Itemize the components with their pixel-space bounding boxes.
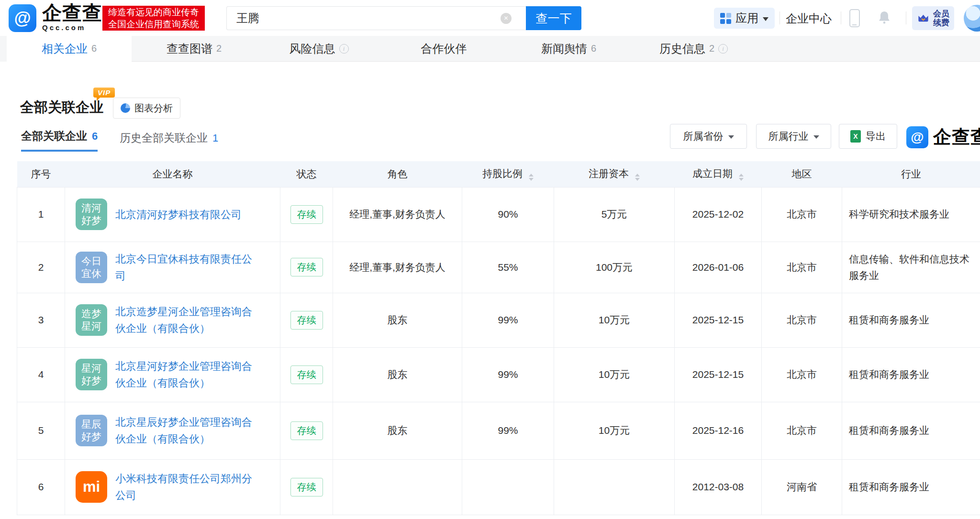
apps-grid-icon <box>720 13 731 24</box>
company-link[interactable]: 小米科技有限责任公司郑州分公司 <box>115 470 261 504</box>
chevron-down-icon <box>763 17 768 21</box>
mobile-app-icon[interactable] <box>849 9 860 27</box>
row-index: 2 <box>17 242 65 293</box>
vip-renew-button[interactable]: 会员 续费 <box>912 6 954 30</box>
apps-button[interactable]: 应用 <box>714 8 775 29</box>
sort-icon[interactable] <box>529 174 534 181</box>
avatar-text: 星河 <box>81 320 101 332</box>
role-cell: 股东 <box>333 293 462 347</box>
company-avatar[interactable]: 今日 宜休 <box>76 252 107 283</box>
company-link[interactable]: 北京清河好梦科技有限公司 <box>115 206 242 223</box>
column-founding-date[interactable]: 成立日期 <box>675 161 762 187</box>
table-row: 6 mi 小米科技有限责任公司郑州分公司 存续 2012-03-08 河南省 租… <box>17 459 980 515</box>
qcc-watermark-logo: 企查查 <box>906 125 980 149</box>
region-cell: 北京市 <box>762 187 842 242</box>
export-label: 导出 <box>866 130 886 143</box>
column-role: 角色 <box>333 161 462 187</box>
province-filter-label: 所属省份 <box>683 130 724 143</box>
company-avatar[interactable]: 清河 好梦 <box>76 199 107 230</box>
tab-history-info[interactable]: 历史信息 2 <box>631 36 756 62</box>
tab-label: 合作伙伴 <box>421 41 467 56</box>
role-cell: 经理,董事,财务负责人 <box>333 187 462 242</box>
qcc-logo-text[interactable]: 企查查 Qcc.com <box>42 2 102 32</box>
column-company-name: 企业名称 <box>65 161 280 187</box>
avatar-text: 星河 <box>81 362 101 375</box>
column-share-ratio[interactable]: 持股比例 <box>462 161 554 187</box>
date-cell: 2025-12-16 <box>675 402 762 459</box>
capital-cell: 100万元 <box>554 242 675 293</box>
export-button[interactable]: 导出 <box>839 124 897 149</box>
subtab-history-related[interactable]: 历史全部关联企业 1 <box>120 131 218 152</box>
chart-analysis-button[interactable]: 图表分析 <box>113 98 180 119</box>
company-cell: 清河 好梦 北京清河好梦科技有限公司 <box>65 187 280 242</box>
capital-cell: 10万元 <box>554 402 675 459</box>
sort-icon[interactable] <box>739 174 744 181</box>
status-cell: 存续 <box>280 187 333 242</box>
company-avatar[interactable]: 星辰 好梦 <box>76 415 107 446</box>
company-link[interactable]: 北京星辰好梦企业管理咨询合伙企业（有限合伙） <box>115 414 261 447</box>
tab-related-companies[interactable]: 相关企业 6 <box>7 36 132 62</box>
subtab-all-related[interactable]: 全部关联企业 6 <box>21 129 98 152</box>
table-header-row: 序号 企业名称 状态 角色 持股比例 注册资本 成立日期 地区 行业 <box>17 161 980 187</box>
industry-cell: 租赁和商务服务业 <box>842 402 980 459</box>
region-cell: 北京市 <box>762 242 842 293</box>
qcc-logo-icon[interactable] <box>9 4 36 32</box>
tab-risk-info[interactable]: 风险信息 <box>256 36 381 62</box>
tab-partners[interactable]: 合作伙伴 <box>381 36 506 62</box>
status-cell: 存续 <box>280 347 333 402</box>
industry-filter-label: 所属行业 <box>768 130 809 143</box>
region-cell: 北京市 <box>762 293 842 347</box>
search-input[interactable] <box>226 6 526 30</box>
company-avatar[interactable]: 星河 好梦 <box>76 359 107 390</box>
company-link[interactable]: 北京造梦星河企业管理咨询合伙企业（有限合伙） <box>115 303 261 337</box>
page-title: 全部关联企业 <box>20 98 103 117</box>
company-cell: 星河 好梦 北京星河好梦企业管理咨询合伙企业（有限合伙） <box>65 347 280 402</box>
notification-bell-icon[interactable] <box>877 10 892 27</box>
date-cell: 2025-12-15 <box>675 293 762 347</box>
province-filter-dropdown[interactable]: 所属省份 <box>670 124 747 149</box>
table-row: 4 星河 好梦 北京星河好梦企业管理咨询合伙企业（有限合伙） 存续 股东 99%… <box>17 347 980 402</box>
tab-count: 6 <box>591 43 596 54</box>
tab-label: 新闻舆情 <box>541 41 587 56</box>
status-badge: 存续 <box>290 421 323 440</box>
info-icon[interactable] <box>718 44 728 54</box>
enterprise-center-link[interactable]: 企业中心 <box>786 11 832 26</box>
share-cell: 99% <box>462 293 554 347</box>
avatar-text: 今日 <box>81 255 101 267</box>
qcc-watermark-icon <box>906 126 928 148</box>
controls-row: 全部关联企业 6 历史全部关联企业 1 所属省份 所属行业 导出 企查查 <box>0 124 980 152</box>
row-index: 3 <box>17 293 65 347</box>
region-cell: 北京市 <box>762 402 842 459</box>
company-cell: 星辰 好梦 北京星辰好梦企业管理咨询合伙企业（有限合伙） <box>65 402 280 459</box>
sort-icon[interactable] <box>635 174 640 181</box>
column-no: 序号 <box>17 161 65 187</box>
avatar-text: 星辰 <box>81 418 101 431</box>
tab-chacha-graph[interactable]: 查查图谱 2 <box>132 36 256 62</box>
tab-news[interactable]: 新闻舆情 6 <box>506 36 631 62</box>
chevron-down-icon <box>728 135 734 139</box>
status-cell: 存续 <box>280 242 333 293</box>
role-cell <box>333 459 462 515</box>
region-cell: 北京市 <box>762 347 842 402</box>
brand-domain: Qcc.com <box>42 23 102 32</box>
top-bar: 企查查 Qcc.com 缔造有远见的商业传奇 全国企业信用查询系统 查一下 应用… <box>0 0 980 36</box>
column-registered-capital[interactable]: 注册资本 <box>554 161 675 187</box>
tab-count: 2 <box>709 43 714 54</box>
company-link[interactable]: 北京今日宜休科技有限责任公司 <box>115 251 261 284</box>
company-avatar[interactable]: 造梦 星河 <box>76 304 107 336</box>
column-region: 地区 <box>762 161 842 187</box>
status-badge: 存续 <box>290 258 323 276</box>
date-cell: 2026-01-06 <box>675 242 762 293</box>
user-avatar[interactable] <box>964 5 980 32</box>
search-button[interactable]: 查一下 <box>526 6 581 30</box>
company-avatar[interactable]: mi <box>76 471 107 503</box>
excel-icon <box>850 130 861 143</box>
status-cell: 存续 <box>280 402 333 459</box>
clear-icon[interactable] <box>501 13 512 24</box>
info-icon[interactable] <box>339 44 349 54</box>
role-cell: 经理,董事,财务负责人 <box>333 242 462 293</box>
tab-bar-filler <box>756 36 980 62</box>
capital-cell: 10万元 <box>554 293 675 347</box>
industry-filter-dropdown[interactable]: 所属行业 <box>756 124 831 149</box>
company-link[interactable]: 北京星河好梦企业管理咨询合伙企业（有限合伙） <box>115 358 261 391</box>
